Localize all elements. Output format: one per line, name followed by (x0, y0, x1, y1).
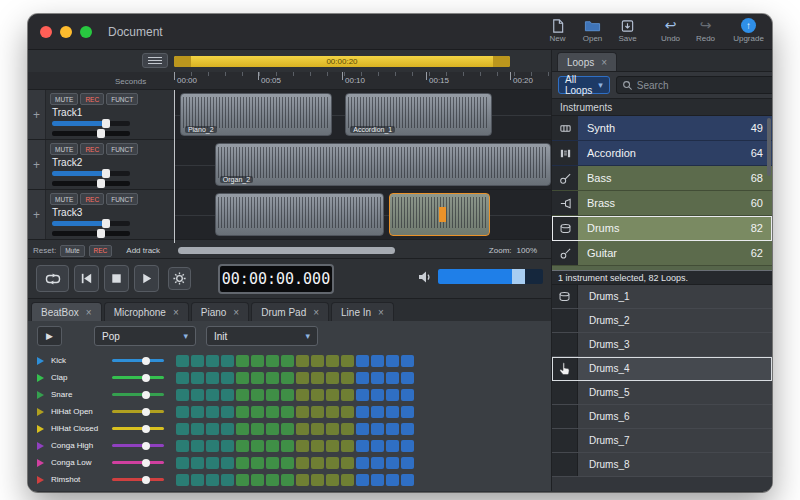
step-cell[interactable] (311, 372, 324, 384)
ruler[interactable]: Seconds 00:0000:0500:1000:1500:20 (28, 72, 551, 90)
step-cell[interactable] (296, 389, 309, 401)
step-cell[interactable] (401, 440, 414, 452)
row-volume-slider[interactable] (112, 444, 164, 447)
track-pan-slider[interactable] (52, 231, 130, 236)
loop-row[interactable]: Drums_6 (552, 405, 772, 429)
step-cell[interactable] (311, 440, 324, 452)
step-cell[interactable] (356, 355, 369, 367)
undo-button[interactable]: ↩ Undo (655, 17, 686, 43)
step-cell[interactable] (221, 423, 234, 435)
step-cell[interactable] (341, 406, 354, 418)
step-cell[interactable] (281, 372, 294, 384)
step-cell[interactable] (206, 355, 219, 367)
preset-dropdown[interactable]: Pop ▾ (94, 326, 196, 346)
step-cell[interactable] (371, 423, 384, 435)
mute-button[interactable]: MUTE (50, 193, 78, 205)
step-cell[interactable] (281, 389, 294, 401)
upgrade-button[interactable]: ↑ Upgrade (733, 17, 764, 43)
new-button[interactable]: New (542, 17, 573, 43)
step-cell[interactable] (326, 389, 339, 401)
audio-clip[interactable]: Piano_2 (180, 93, 332, 136)
row-play-icon[interactable] (37, 442, 44, 450)
search-box[interactable] (616, 76, 772, 94)
tab-close-icon[interactable]: × (173, 307, 179, 318)
step-cell[interactable] (281, 423, 294, 435)
pattern-dropdown[interactable]: Init ▾ (206, 326, 318, 346)
step-cell[interactable] (341, 423, 354, 435)
step-cell[interactable] (266, 389, 279, 401)
step-cell[interactable] (386, 372, 399, 384)
row-play-icon[interactable] (37, 459, 44, 467)
step-cell[interactable] (251, 423, 264, 435)
step-cell[interactable] (191, 355, 204, 367)
step-cell[interactable] (401, 423, 414, 435)
step-cell[interactable] (281, 406, 294, 418)
step-cell[interactable] (386, 389, 399, 401)
volume-thumb[interactable] (512, 269, 525, 284)
track-pan-slider[interactable] (52, 131, 130, 136)
step-cell[interactable] (311, 355, 324, 367)
instrument-row-brass[interactable]: Brass60 (552, 191, 772, 216)
track-lane[interactable]: Organ_2 (174, 140, 551, 189)
step-cell[interactable] (311, 457, 324, 469)
step-cell[interactable] (356, 389, 369, 401)
reset-mute-button[interactable]: Mute (60, 245, 84, 257)
step-cell[interactable] (341, 474, 354, 486)
step-cell[interactable] (401, 457, 414, 469)
step-cell[interactable] (266, 440, 279, 452)
step-cell[interactable] (356, 423, 369, 435)
step-cell[interactable] (281, 355, 294, 367)
track-add-clip-button[interactable]: + (28, 90, 46, 139)
row-play-icon[interactable] (37, 408, 44, 416)
rec-button[interactable]: REC (80, 143, 104, 155)
step-cell[interactable] (296, 457, 309, 469)
step-cell[interactable] (191, 423, 204, 435)
step-cell[interactable] (356, 372, 369, 384)
step-cell[interactable] (236, 355, 249, 367)
tab-drum-pad[interactable]: Drum Pad× (251, 302, 329, 321)
step-cell[interactable] (176, 423, 189, 435)
row-play-icon[interactable] (37, 476, 44, 484)
step-cell[interactable] (251, 372, 264, 384)
step-cell[interactable] (206, 372, 219, 384)
step-cell[interactable] (281, 440, 294, 452)
audio-clip[interactable] (215, 193, 384, 236)
step-cell[interactable] (326, 372, 339, 384)
skip-to-start-button[interactable] (74, 265, 99, 292)
step-cell[interactable] (251, 389, 264, 401)
search-input[interactable] (637, 80, 769, 91)
step-cell[interactable] (326, 440, 339, 452)
tab-close-icon[interactable]: × (601, 57, 607, 68)
track-add-clip-button[interactable]: + (28, 140, 46, 189)
loop-button[interactable] (36, 265, 69, 292)
audio-clip[interactable]: Organ_2 (215, 143, 551, 186)
step-cell[interactable] (206, 474, 219, 486)
step-cell[interactable] (311, 474, 324, 486)
track-add-clip-button[interactable]: + (28, 190, 46, 239)
tab-close-icon[interactable]: × (233, 307, 239, 318)
tab-microphone[interactable]: Microphone× (104, 302, 189, 321)
add-track-button[interactable]: Add track (126, 246, 160, 255)
step-cell[interactable] (221, 355, 234, 367)
step-cell[interactable] (311, 423, 324, 435)
step-cell[interactable] (191, 372, 204, 384)
rec-button[interactable]: REC (80, 93, 104, 105)
step-cell[interactable] (401, 474, 414, 486)
step-cell[interactable] (371, 355, 384, 367)
track-lane[interactable]: Piano_2Accordion_1 (174, 90, 551, 139)
tab-close-icon[interactable]: × (378, 307, 384, 318)
vertical-scrollbar[interactable] (767, 118, 771, 176)
tab-loops[interactable]: Loops × (557, 52, 617, 71)
row-volume-slider[interactable] (112, 427, 164, 430)
step-cell[interactable] (251, 355, 264, 367)
step-cell[interactable] (296, 423, 309, 435)
step-cell[interactable] (311, 389, 324, 401)
step-cell[interactable] (296, 372, 309, 384)
step-cell[interactable] (386, 457, 399, 469)
step-cell[interactable] (191, 474, 204, 486)
step-cell[interactable] (296, 355, 309, 367)
loop-row[interactable]: Drums_5 (552, 381, 772, 405)
step-cell[interactable] (356, 440, 369, 452)
funct-button[interactable]: FUNCT (106, 143, 138, 155)
row-volume-slider[interactable] (112, 410, 164, 413)
